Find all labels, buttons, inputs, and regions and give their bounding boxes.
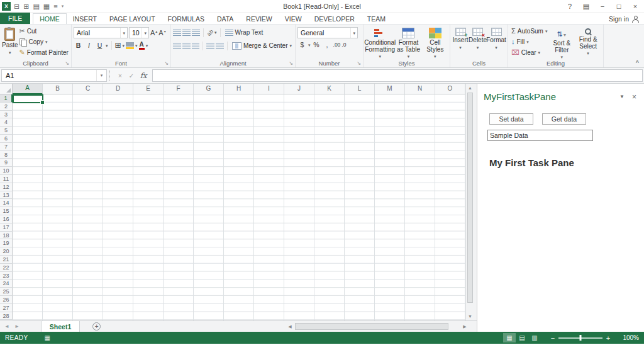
get-data-button[interactable]: Get data — [542, 113, 586, 125]
column-header-I[interactable]: I — [254, 84, 284, 94]
normal-view-icon[interactable]: ▦ — [503, 333, 516, 342]
cancel-icon[interactable]: × — [114, 72, 126, 79]
format-as-table-button[interactable]: Format as Table ▾ — [394, 26, 422, 59]
row-header-13[interactable]: 13 — [0, 191, 13, 200]
wrap-text-button[interactable]: Wrap Text — [224, 27, 265, 38]
font-color-dropdown-icon[interactable]: ▾ — [146, 43, 148, 48]
worksheet-grid[interactable]: ABCDEFGHIJKLMNO 123456789101112131415161… — [0, 84, 474, 320]
tab-page-layout[interactable]: PAGE LAYOUT — [103, 13, 162, 24]
formula-bar-splitter[interactable] — [109, 71, 112, 81]
cell-styles-button[interactable]: Cell Styles ▾ — [423, 26, 448, 59]
tab-home[interactable]: HOME — [33, 13, 67, 24]
font-family-combo[interactable]: Arial ▾ — [74, 27, 128, 38]
name-box-dropdown-icon[interactable]: ▾ — [96, 70, 106, 81]
row-header-6[interactable]: 6 — [0, 135, 13, 143]
column-header-E[interactable]: E — [133, 84, 164, 94]
align-center-icon[interactable] — [182, 43, 191, 49]
page-layout-view-icon[interactable]: ▤ — [516, 333, 528, 342]
row-header-27[interactable]: 27 — [0, 304, 13, 312]
accounting-format-button[interactable]: $ — [297, 41, 307, 48]
column-header-M[interactable]: M — [375, 84, 405, 94]
zoom-out-button[interactable]: − — [548, 334, 557, 342]
number-format-combo[interactable]: General ▾ — [297, 27, 358, 38]
row-header-16[interactable]: 16 — [0, 215, 13, 223]
font-dialog-launcher-icon[interactable]: ↘ — [164, 61, 169, 66]
fill-button[interactable]: ↓ Fill ▾ — [510, 37, 548, 47]
align-left-icon[interactable] — [173, 43, 181, 49]
column-header-J[interactable]: J — [284, 84, 314, 94]
insert-cells-button[interactable]: + Insert ▾ — [452, 26, 469, 59]
row-header-11[interactable]: 11 — [0, 175, 13, 183]
copy-button[interactable]: Copy ▾ — [18, 37, 70, 47]
maximize-button[interactable]: □ — [611, 1, 626, 12]
borders-dropdown-icon[interactable]: ▾ — [123, 43, 125, 48]
column-header-O[interactable]: O — [435, 84, 465, 94]
comma-style-button[interactable]: , — [323, 41, 332, 48]
tab-formulas[interactable]: FORMULAS — [162, 13, 211, 24]
decrease-decimal-button[interactable]: .0 — [341, 42, 346, 48]
fill-color-icon[interactable] — [126, 42, 134, 49]
decrease-indent-icon[interactable] — [206, 43, 214, 49]
fill-color-dropdown-icon[interactable]: ▾ — [135, 43, 138, 48]
align-bottom-icon[interactable] — [192, 30, 200, 36]
column-header-K[interactable]: K — [314, 84, 345, 94]
increase-decimal-button[interactable]: .00 — [333, 42, 341, 48]
zoom-in-button[interactable]: + — [604, 334, 613, 342]
scroll-right-icon[interactable]: ▶ — [461, 324, 469, 329]
find-select-button[interactable]: Find & Select ▾ — [575, 26, 601, 59]
horizontal-scrollbar[interactable]: ◀ ▶ — [286, 322, 469, 331]
sort-filter-button[interactable]: ⇅▼ Sort & Filter ▾ — [548, 26, 575, 59]
paste-button[interactable]: Paste ▾ — [2, 26, 18, 59]
column-header-L[interactable]: L — [345, 84, 375, 94]
row-header-23[interactable]: 23 — [0, 272, 13, 280]
row-header-4[interactable]: 4 — [0, 118, 13, 127]
task-pane-close-icon[interactable]: × — [632, 93, 636, 101]
alignment-dialog-launcher-icon[interactable]: ↘ — [289, 61, 293, 66]
scroll-up-icon[interactable]: ▲ — [466, 84, 474, 92]
increase-indent-icon[interactable] — [216, 43, 224, 49]
zoom-level[interactable]: 100% — [619, 334, 639, 341]
clipboard-dialog-launcher-icon[interactable]: ↘ — [65, 61, 69, 66]
column-header-A[interactable]: A — [13, 84, 43, 94]
close-button[interactable]: × — [628, 1, 643, 12]
borders-icon[interactable]: ⊞ — [115, 42, 121, 49]
row-header-25[interactable]: 25 — [0, 288, 13, 296]
row-header-18[interactable]: 18 — [0, 232, 13, 240]
column-header-H[interactable]: H — [224, 84, 254, 94]
tab-file[interactable]: FILE — [0, 13, 30, 24]
enter-icon[interactable]: ✓ — [126, 72, 137, 79]
column-header-G[interactable]: G — [194, 84, 224, 94]
clear-button[interactable]: ⌧ Clear ▾ — [510, 47, 548, 58]
help-button[interactable]: ? — [562, 1, 577, 12]
macro-record-icon[interactable]: ▦ — [44, 334, 50, 341]
row-header-21[interactable]: 21 — [0, 256, 13, 264]
increase-font-size-button[interactable]: A ▴ — [150, 29, 157, 37]
set-data-button[interactable]: Set data — [489, 113, 533, 125]
italic-button[interactable]: I — [84, 42, 94, 49]
row-header-9[interactable]: 9 — [0, 159, 13, 167]
row-header-20[interactable]: 20 — [0, 247, 13, 256]
collapse-ribbon-icon[interactable]: ^ — [636, 59, 639, 65]
number-dialog-launcher-icon[interactable]: ↘ — [357, 61, 361, 66]
tab-data[interactable]: DATA — [211, 13, 240, 24]
ribbon-display-options-button[interactable]: ▤ — [579, 1, 594, 12]
percent-style-button[interactable]: % — [312, 41, 321, 48]
align-top-icon[interactable] — [173, 30, 181, 36]
row-header-3[interactable]: 3 — [0, 111, 13, 119]
zoom-slider[interactable] — [558, 334, 602, 342]
sheet-nav-next-icon[interactable]: ► — [14, 324, 19, 329]
column-header-C[interactable]: C — [73, 84, 103, 94]
row-header-24[interactable]: 24 — [0, 280, 13, 288]
column-header-N[interactable]: N — [405, 84, 435, 94]
align-right-icon[interactable] — [192, 43, 200, 49]
row-header-5[interactable]: 5 — [0, 127, 13, 135]
scroll-left-icon[interactable]: ◀ — [286, 324, 294, 329]
row-header-19[interactable]: 19 — [0, 239, 13, 247]
row-header-22[interactable]: 22 — [0, 264, 13, 272]
column-header-B[interactable]: B — [43, 84, 73, 94]
select-all-corner[interactable] — [0, 84, 13, 94]
format-cells-button[interactable]: Format ▾ — [487, 26, 506, 59]
tab-developer[interactable]: DEVELOPER — [308, 13, 361, 24]
tab-view[interactable]: VIEW — [279, 13, 308, 24]
row-header-2[interactable]: 2 — [0, 103, 13, 111]
